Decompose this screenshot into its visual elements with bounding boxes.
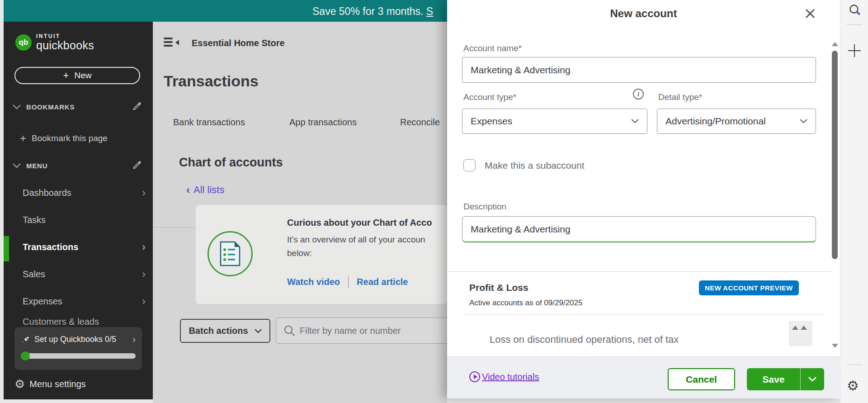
- right-icon-rail: ⚙: [840, 0, 868, 403]
- chevron-left-icon: ‹: [186, 184, 190, 196]
- filter-input-wrapper: [276, 318, 447, 344]
- read-article-link[interactable]: Read article: [357, 277, 408, 287]
- save-options-arrow[interactable]: [800, 368, 824, 390]
- menu-section-header[interactable]: MENU: [4, 160, 153, 171]
- tab-bank-transactions[interactable]: Bank transactions: [173, 117, 245, 128]
- promo-text: Save 50% for 3 months.: [312, 5, 426, 17]
- sidebar-item-expenses[interactable]: Expenses›: [4, 293, 153, 309]
- subaccount-checkbox[interactable]: [463, 159, 476, 171]
- chevron-right-icon: ›: [142, 269, 146, 280]
- save-button[interactable]: Save: [747, 368, 800, 390]
- promo-banner: Save 50% for 3 months. S: [4, 0, 447, 22]
- settings-gear-icon[interactable]: ⚙: [847, 379, 859, 393]
- subaccount-label: Make this a subaccount: [485, 160, 585, 171]
- link-divider: [348, 275, 349, 288]
- play-icon: [469, 371, 480, 382]
- sidebar: qb INTUIT quickbooks + New BOOKMARKS + B…: [4, 22, 153, 399]
- sidebar-item-tasks[interactable]: Tasks: [4, 212, 153, 228]
- search-icon: [283, 325, 295, 337]
- brand-quickbooks: quickbooks: [36, 40, 94, 51]
- sidebar-item-sales[interactable]: Sales›: [4, 266, 153, 282]
- sidebar-item-customers-leads[interactable]: Customers & leads: [4, 317, 153, 327]
- panel-footer: Video tutorials Cancel Save: [447, 356, 840, 398]
- info-icon[interactable]: i: [633, 89, 644, 100]
- brand-intuit: INTUIT: [36, 33, 94, 39]
- chart-of-accounts-info-card: Curious about your Chart of Acco It's an…: [196, 205, 447, 304]
- account-name-input[interactable]: [462, 57, 816, 82]
- chevron-down-icon: [800, 119, 807, 123]
- card-title: Curious about your Chart of Acco: [287, 218, 432, 228]
- chevron-down-icon: [255, 329, 262, 333]
- main-content: Essential Home Store Transactions Bank t…: [153, 22, 447, 403]
- quickbooks-logo[interactable]: qb INTUIT quickbooks: [15, 33, 94, 51]
- menu-settings[interactable]: ⚙ Menu settings: [14, 378, 86, 390]
- qb-logo-icon: qb: [15, 34, 32, 51]
- promo-banner-text: Save 50% for 3 months. S: [312, 5, 433, 18]
- tab-reconcile[interactable]: Reconcile: [400, 117, 440, 128]
- sidebar-item-transactions[interactable]: Transactions›: [4, 239, 153, 255]
- preview-account-row: Loss on discontinued operations, net of …: [490, 334, 679, 346]
- edit-pencil-icon[interactable]: [132, 160, 142, 170]
- plus-icon: +: [63, 70, 69, 81]
- bookmark-this-page[interactable]: + Bookmark this page: [4, 131, 153, 146]
- panel-scrollbar-thumb[interactable]: [832, 51, 838, 259]
- promo-link[interactable]: S: [426, 5, 433, 17]
- preview-divider: [462, 314, 824, 315]
- rail-divider: [847, 24, 862, 25]
- detail-type-label: Detail type*: [658, 92, 702, 102]
- company-name: Essential Home Store: [192, 38, 285, 48]
- close-icon[interactable]: [804, 7, 816, 20]
- panel-title: New account: [447, 7, 840, 20]
- chevron-down-icon: [13, 163, 21, 168]
- panel-scroll-up-arrow[interactable]: [832, 40, 838, 48]
- chevron-down-icon: [631, 119, 639, 123]
- search-pen-icon[interactable]: [848, 4, 862, 17]
- new-button[interactable]: + New: [14, 67, 140, 84]
- description-field-wrapper: [462, 216, 816, 242]
- account-type-select[interactable]: Expenses: [462, 109, 647, 134]
- all-lists-link[interactable]: ‹ All lists: [186, 184, 224, 196]
- preview-scroll-控l: [789, 321, 812, 346]
- sidebar-item-dashboards[interactable]: Dashboards›: [4, 185, 153, 201]
- chevron-right-icon: ›: [142, 242, 146, 252]
- edit-pencil-icon[interactable]: [132, 101, 142, 111]
- batch-actions-button[interactable]: Batch actions: [180, 319, 270, 343]
- profit-loss-title: Profit & Loss: [469, 282, 528, 293]
- filter-by-name-input[interactable]: [300, 326, 435, 336]
- tab-app-transactions[interactable]: App transactions: [289, 117, 357, 128]
- description-input[interactable]: [462, 217, 816, 242]
- setup-progress-bar: [21, 353, 136, 359]
- section-divider: [447, 271, 831, 272]
- account-name-field-wrapper: [462, 57, 816, 83]
- video-tutorials-link[interactable]: Video tutorials: [469, 371, 539, 382]
- panel-scroll-down-arrow[interactable]: [832, 341, 838, 350]
- cancel-button[interactable]: Cancel: [668, 368, 735, 390]
- scroll-up-icon[interactable]: [801, 326, 807, 330]
- transactions-tabs: Bank transactions App transactions Recon…: [153, 114, 447, 134]
- scroll-up-icon[interactable]: [792, 326, 798, 330]
- chevron-down-icon: [808, 377, 816, 382]
- quickbooks-app: Save 50% for 3 months. S qb INTUIT quick…: [0, 0, 868, 403]
- detail-type-select[interactable]: Advertising/Promotional: [657, 109, 816, 134]
- rail-divider: [847, 365, 862, 365]
- new-account-preview-badge: NEW ACCOUNT PREVIEW: [699, 280, 799, 295]
- collapse-sidebar-icon[interactable]: [164, 38, 179, 47]
- plus-icon: +: [20, 132, 26, 145]
- new-account-panel: New account Account name* Account type* …: [447, 0, 840, 398]
- account-type-label: Account type*: [463, 92, 516, 102]
- chevron-right-icon: ›: [142, 187, 146, 198]
- description-label: Description: [463, 202, 506, 212]
- document-list-icon: [208, 231, 253, 276]
- rocket-icon: [21, 335, 31, 345]
- active-accounts-subtitle: Active accounts as of 09/29/2025: [469, 299, 582, 308]
- section-title: Chart of accounts: [179, 156, 283, 170]
- account-name-label: Account name*: [463, 43, 522, 53]
- chevron-right-icon: ›: [142, 296, 146, 307]
- save-split-button: Save: [747, 368, 824, 390]
- watch-video-link[interactable]: Watch video: [287, 277, 340, 287]
- bookmarks-section-header[interactable]: BOOKMARKS: [4, 101, 153, 112]
- setup-quickbooks-card[interactable]: Set up Quickbooks 0/5 ›: [14, 327, 142, 370]
- chevron-right-icon: ›: [132, 334, 136, 345]
- chevron-down-icon: [13, 104, 21, 109]
- add-icon[interactable]: [848, 44, 861, 57]
